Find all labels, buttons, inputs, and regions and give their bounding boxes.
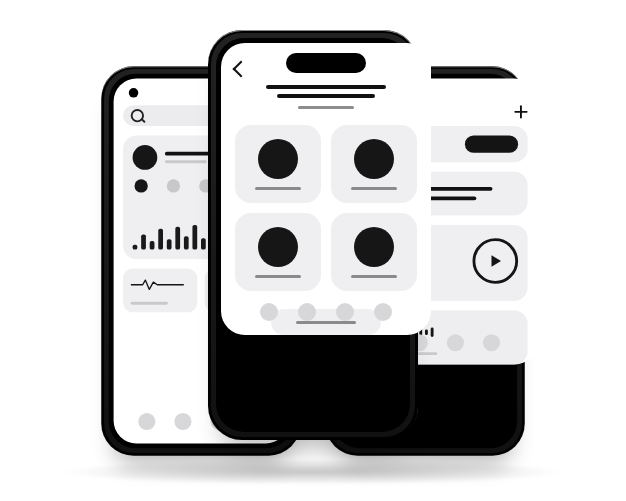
play-button[interactable] [473,238,519,284]
nav-dot[interactable] [483,334,500,351]
play-icon [489,254,502,267]
tile-grid [235,125,417,291]
svg-marker-0 [492,255,502,266]
bottom-nav[interactable] [221,295,431,331]
tile-icon [258,139,298,179]
tile-icon [354,227,394,267]
grid-tile[interactable] [235,213,321,291]
notch [286,53,366,73]
nav-dot[interactable] [447,334,464,351]
mockup-stage [0,0,626,501]
tile-icon [354,139,394,179]
grid-tile[interactable] [331,125,417,203]
nav-dot[interactable] [260,303,278,321]
nav-dot[interactable] [298,303,316,321]
tab-dot[interactable] [167,179,180,192]
phone-center-screen [221,43,431,335]
tile-label [351,275,397,278]
tile-label [351,187,397,190]
tile-icon [258,227,298,267]
title-line [277,94,375,98]
subtitle-line [298,106,353,109]
back-button[interactable] [233,61,250,78]
tile-label [255,187,301,190]
plus-icon[interactable] [514,105,527,118]
grid-tile[interactable] [331,213,417,291]
grid-tile[interactable] [235,125,321,203]
camera-punch-hole [129,88,139,98]
phone-center [208,30,418,440]
tile-label [255,275,301,278]
search-icon [131,109,144,122]
drop-shadow [60,459,566,485]
nav-dot[interactable] [374,303,392,321]
nav-dot[interactable] [174,413,191,430]
heartbeat-icon [131,278,184,291]
title-line [266,85,386,89]
nav-dot[interactable] [138,413,155,430]
nav-dot[interactable] [336,303,354,321]
tab-dot-active[interactable] [135,179,148,192]
page-title [266,85,386,109]
pill-button[interactable] [465,136,518,153]
sub-line [165,160,207,163]
avatar [133,145,158,170]
mini-card-heart[interactable] [123,269,197,313]
